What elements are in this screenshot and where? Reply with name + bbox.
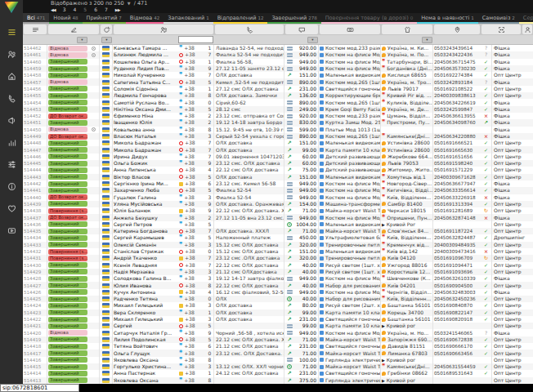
table-row[interactable]: 514457ВідмоваСапегина Татьяна С...+385Ке…	[23, 78, 533, 85]
tab[interactable]: Відправлений12	[213, 13, 268, 24]
pager-page[interactable]: 4	[74, 7, 77, 13]
table-row[interactable]: 514427ЗавершенийЮлия Иванова+38822.12 см…	[23, 282, 533, 288]
tab[interactable]: Нема в наявності1	[417, 13, 478, 24]
table-row[interactable]: 514419ЗавершенийЛилия Подолинская+38522.…	[23, 336, 533, 343]
table-row[interactable]: 514430ЗавершенийКсенія Левадняя+38722.12…	[23, 262, 533, 269]
table-row[interactable]: 514458ЗавершенийНиколай Кучеренко*+387ОЛ…	[23, 72, 533, 78]
filters-icon[interactable]	[3, 157, 20, 172]
money-icon[interactable]	[320, 24, 380, 34]
table-row[interactable]: 514449ДО Возврат ок...Власюк Наталья*+38…	[23, 133, 533, 140]
info-icon[interactable]	[92, 53, 96, 57]
pager-page[interactable]: 3	[63, 7, 66, 13]
table-row[interactable]: 514436ЗавершенийСергей Петров*+385$1004.…	[23, 221, 533, 228]
table-row[interactable]: 514441ЗавершенийЗахарченко Люба+385Фиалк…	[23, 187, 533, 194]
stats-icon[interactable]	[3, 135, 20, 150]
table-row[interactable]: 514429ЗавершенийНадія Мерзаєва*+38321.12…	[23, 269, 533, 275]
location-icon[interactable]	[434, 24, 480, 34]
tab[interactable]: Повернення товару (в дорозі)0	[321, 13, 417, 24]
table-row[interactable]: 514422ЗавершенийМихаил Гилецький+383ОЛХ …	[23, 316, 533, 323]
tab[interactable]: Завершений278	[267, 13, 320, 24]
table-row[interactable]: 514431Повернення (з...Андрій Ткаченко+38…	[23, 255, 533, 261]
info-icon[interactable]	[3, 179, 20, 194]
table-row[interactable]: 514425ЗавершенийРадченко Тетяна*+380ОЛХ$…	[23, 296, 533, 302]
table-row[interactable]: 514447ЗавершенийМикола Бадражан+387ОЛХ д…	[23, 146, 533, 153]
tab[interactable]: Прийнятий7	[83, 13, 126, 24]
page-size-caret-icon[interactable]: ▼	[128, 1, 131, 6]
clients-icon[interactable]	[114, 24, 213, 34]
loyalty-icon[interactable]	[3, 201, 20, 216]
table-row[interactable]: 514461ВідмоваБлизнюк Людмила ...+387Фиал…	[23, 51, 533, 58]
table-row[interactable]: 514423ЗавершенийВера Скляренко*+381ОЛХ д…	[23, 310, 533, 316]
table-row[interactable]: 514448ЗавершенийМикола Бадражан+387ОЛХ д…	[23, 140, 533, 146]
calls-icon[interactable]	[3, 91, 20, 106]
tab[interactable]: Запакований1	[163, 13, 213, 24]
shop-icon[interactable]	[3, 69, 20, 84]
table-row[interactable]: 514433ЗавершенийОлексій Семанін*+38315.1…	[23, 242, 533, 248]
table-row[interactable]: 514456ЗавершенийСоломія Сідоніна*+38127.…	[23, 86, 533, 92]
table-row[interactable]: 514437ДО Возврат ок...Анжела Безушку*+38…	[23, 214, 533, 220]
table-row[interactable]: 514420ВідмоваСитарчук Наталія Гр...*+389…	[23, 329, 533, 336]
phone-filter-input[interactable]	[178, 36, 213, 43]
tab[interactable]: Відмова42	[126, 13, 163, 24]
info-icon[interactable]	[92, 47, 96, 51]
table-row[interactable]: 514453ЗавершенийНікітіна Оксана Дми...*+…	[23, 106, 533, 113]
comment-icon[interactable]	[285, 24, 318, 34]
refresh-icon[interactable]	[101, 24, 112, 34]
tracking-status-cell: ?	[481, 51, 492, 58]
tab[interactable]: Сервіси0	[519, 13, 533, 24]
table-row[interactable]: 514446ЗавершенийИрина Дидух*+38709.01 зв…	[23, 154, 533, 160]
table-row[interactable]: 514428ЗавершенийСолодкова Галина В...*+3…	[23, 275, 533, 282]
table-row[interactable]: 514462ВідмоваКанєвська Тамара ...*+381Ла…	[23, 45, 533, 51]
clients-icon[interactable]	[3, 47, 20, 62]
person-icon[interactable]	[522, 24, 532, 34]
table-row[interactable]: 514413ЗавершенийЯковлева Оксана*+388↗375…	[23, 377, 533, 384]
table-row[interactable]: 514442ЗавершенийСергієнко Ірина Ми...+38…	[23, 180, 533, 187]
table-row[interactable]: 514417ЗавершенийОльга Глущук*+38023.12 с…	[23, 350, 533, 356]
table-row[interactable]: 514438Повернення (з...Юлія Баланюк+38922…	[23, 207, 533, 214]
table-row[interactable]: 514451ЗавершенийІващенко Юлія*+38219.12 …	[23, 119, 533, 126]
table-row[interactable]: 514443ЗавершенийВіктор Власов+385ОЛХ дос…	[23, 174, 533, 180]
table-row[interactable]: 514432Повернення (з...Станіслав Стрижак+…	[23, 248, 533, 255]
payment-filter-dropdown[interactable]: ▾	[307, 37, 318, 43]
table-row[interactable]: 514414ЗавершенийАнна Пастернак+38124.12 …	[23, 370, 533, 376]
table-row[interactable]: 514455ЗавершенийЛюдмила Гончарова*+388ОЛ…	[23, 92, 533, 99]
table-row[interactable]: 514450ВідмоваКовальова анна*+38815.12. 9…	[23, 127, 533, 133]
orders-icon[interactable]	[3, 24, 20, 40]
delivery-filter-dropdown[interactable]: ▾	[422, 37, 432, 43]
tracking-icon[interactable]	[481, 24, 521, 34]
info-icon[interactable]	[92, 127, 96, 131]
tab[interactable]: Новий48	[49, 13, 82, 24]
table-row[interactable]: 514421ЗавершенийСергей+38599.00Карта пам…	[23, 323, 533, 329]
table-row[interactable]: 514452ДО Возврат ок...Єфименко Ніна*+382…	[23, 113, 533, 119]
table-row[interactable]: 514445ЗавершенийОльга Божик*+38923.12 см…	[23, 160, 533, 167]
table-row[interactable]: 514415ЗавершенийГоргулько Христина...*+3…	[23, 363, 533, 370]
status-filter-dropdown[interactable]: ▾	[77, 37, 87, 43]
table-row[interactable]: 514424ЗавершенийМихаил Гилецький+383ОЛХ …	[23, 302, 533, 309]
product-icon[interactable]	[382, 24, 432, 34]
table-row[interactable]: 514440ДО Возврат ок...Гуцалюк Галина*+38…	[23, 194, 533, 201]
rows-icon[interactable]	[24, 24, 47, 34]
app-logo-icon[interactable]	[5, 2, 19, 13]
table-row[interactable]: 514454ЗавершенийСамотій Руслана Во...*+3…	[23, 99, 533, 105]
table-row[interactable]: 514435ЗавершенийКатерина Богданова+387ОЛ…	[23, 228, 533, 234]
source-filter-dropdown[interactable]: ▾	[101, 37, 112, 43]
tab[interactable]: Самовивіз2	[478, 13, 519, 24]
pager-page[interactable]: 7	[105, 7, 108, 13]
phone-icon[interactable]	[215, 24, 284, 34]
edit-icon[interactable]	[48, 24, 99, 34]
video-icon[interactable]	[3, 223, 20, 238]
pager-page[interactable]: 5	[83, 7, 87, 13]
table-row[interactable]: 514460ЗавершенийКошелева Ольга Ар...+381…	[23, 59, 533, 65]
broadcast-icon[interactable]	[3, 113, 20, 128]
table-row[interactable]: 514459ЗавершенийРуденко Лидия Пав...*+38…	[23, 65, 533, 72]
table-row[interactable]: 514439ЗавершенийУляна Мусійовська*+389ОЛ…	[23, 201, 533, 207]
table-row[interactable]: 514426ЗавершенийКучук Антонина+38416.12 …	[23, 289, 533, 296]
table-row[interactable]: 514444ЗавершенийАнна Липенська+38422.12 …	[23, 167, 533, 173]
table-row[interactable]: 514418ЗавершенийТетяна Войтович*+38621.1…	[23, 343, 533, 350]
tab[interactable]: Всі471	[23, 13, 49, 24]
pager-last-button[interactable]: ▶▶	[115, 7, 120, 13]
pager-page[interactable]: 6	[94, 7, 97, 13]
table-row[interactable]: 514416ЗавершенийЯковлева Оксана*+388100.…	[23, 357, 533, 363]
table-row[interactable]: 514434ЗавершенийСергей Карамышев*+385Нал…	[23, 234, 533, 241]
pager-first-button[interactable]: ◀◀	[51, 7, 56, 13]
